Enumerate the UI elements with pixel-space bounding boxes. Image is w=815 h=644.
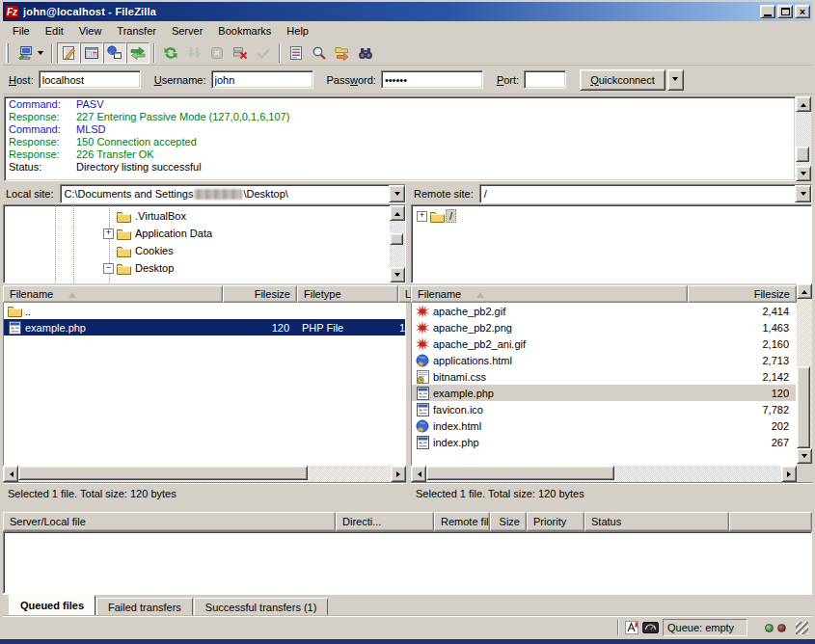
quickconnect-dropdown-button[interactable] [667,69,684,91]
file-row-example-php[interactable]: example.php120 [412,385,796,401]
file-row--[interactable]: .. [4,303,405,319]
file-row-favicon-ico[interactable]: favicon.ico7,782 [412,401,796,417]
file-row-example-php[interactable]: example.php120PHP File1 [4,319,405,335]
file-row-index-html[interactable]: index.html202 [412,417,796,434]
scrollbar-track[interactable] [797,299,812,448]
menu-file[interactable]: File [5,23,38,39]
username-label: Username: [154,74,206,86]
toolbar-grip [6,43,9,63]
password-input[interactable] [381,70,483,89]
queue-column-priority[interactable]: Priority [527,512,584,531]
folder-icon [429,210,446,223]
local-horizontal-scrollbar[interactable] [3,466,406,482]
file-row-index-php[interactable]: index.php267 [412,434,796,450]
menu-bookmarks[interactable]: Bookmarks [210,23,279,39]
filename-filters-button[interactable] [285,42,308,64]
tree-item-cookies[interactable]: Cookies [4,242,390,259]
tab-successful-transfers-1-[interactable]: Successful transfers (1) [194,598,329,615]
queue-column-remote-file[interactable]: Remote file [434,512,490,531]
host-input[interactable] [39,70,141,89]
column-header-filename[interactable]: Filename [3,285,223,303]
column-header-filename[interactable]: Filename [411,285,688,303]
menu-server[interactable]: Server [164,23,210,39]
remote-list-scrollbar[interactable] [797,283,812,464]
column-header-filetype[interactable]: Filetype [297,285,398,303]
tree-item-application-data[interactable]: +Application Data [4,225,390,242]
file-row-apache_pb2-gif[interactable]: apache_pb2.gif2,414 [412,303,796,319]
tree-expander[interactable]: − [103,263,114,274]
minimize-button[interactable] [760,5,775,18]
scrollbar-track[interactable] [18,466,391,482]
scroll-down-button[interactable] [796,166,811,181]
scroll-left-button[interactable] [3,466,18,482]
toggle-message-log-button[interactable] [57,42,80,64]
scroll-up-button[interactable] [796,96,811,112]
scroll-down-button[interactable] [390,267,405,282]
tree-expander[interactable]: + [417,211,427,222]
scroll-right-button[interactable] [391,466,406,482]
arrow-right-icon [787,471,794,477]
filter-icon [288,45,305,61]
tree-item--virtualbox[interactable]: .VirtualBox [4,207,390,225]
column-header-filesize[interactable]: Filesize [688,285,797,303]
scroll-right-button[interactable] [781,466,797,482]
scrollbar-thumb[interactable] [797,366,810,448]
message-log-scrollbar[interactable] [796,96,811,181]
toggle-transfer-queue-button[interactable] [126,42,149,64]
directory-comparison-button[interactable] [331,42,354,64]
username-input[interactable] [211,70,313,89]
maximize-button[interactable] [777,5,793,18]
column-header-filesize[interactable]: Filesize [223,285,297,303]
toggle-remote-tree-button[interactable] [103,42,126,64]
file-row-bitnami-css[interactable]: bitnami.css2,142 [412,368,796,385]
file-row-applications-html[interactable]: applications.html2,713 [412,352,796,368]
scrollbar-track[interactable] [426,466,781,482]
menu-help[interactable]: Help [279,23,316,39]
tab-failed-transfers[interactable]: Failed transfers [96,598,193,615]
resize-grip[interactable] [796,622,808,634]
scroll-down-button[interactable] [797,448,812,464]
ascii-transfer-type-icon[interactable] [625,621,638,634]
scrollbar-track[interactable] [390,221,405,267]
tree-item-root[interactable]: +/ [412,207,811,225]
scrollbar-thumb[interactable] [18,466,308,480]
site-manager-button[interactable] [13,42,47,64]
port-input[interactable] [524,70,566,89]
minimize-icon [764,14,772,16]
local-site-combo[interactable]: C:\Documents and Settings\Desktop\ [60,184,406,203]
scroll-up-button[interactable] [390,205,405,221]
close-button[interactable]: × [795,5,810,18]
queue-column-size[interactable]: Size [490,512,527,531]
path-text: / [484,188,487,200]
file-row-apache_pb2_ani-gif[interactable]: apache_pb2_ani.gif2,160 [412,335,796,352]
disconnect-button[interactable] [229,42,252,64]
queue-column-status[interactable]: Status [584,512,729,531]
menu-edit[interactable]: Edit [38,23,71,39]
modified-cell: 1 [399,319,406,335]
quickconnect-button[interactable]: Quickconnect [580,69,666,91]
remote-site-dropdown-button[interactable] [795,185,811,202]
scrollbar-thumb[interactable] [796,147,809,162]
local-site-dropdown-button[interactable] [389,185,405,202]
scroll-up-button[interactable] [797,283,812,299]
scrollbar-thumb[interactable] [426,466,614,480]
queue-column-server-local-file[interactable]: Server/Local file [3,512,336,531]
file-row-apache_pb2-png[interactable]: apache_pb2.png1,463 [412,319,796,335]
remote-site-combo[interactable]: / [479,184,812,203]
tab-queued-files[interactable]: Queued files [9,595,95,615]
tree-expander[interactable]: + [103,228,114,239]
toggle-local-tree-button[interactable] [80,42,103,64]
refresh-button[interactable] [159,42,182,64]
scroll-left-button[interactable] [411,466,426,482]
queue-column-directi-[interactable]: Directi... [336,512,434,531]
tree-item-desktop[interactable]: −Desktop [4,259,390,277]
local-tree-scrollbar[interactable] [390,205,405,282]
speed-limit-icon[interactable] [642,622,659,633]
synchronized-browsing-button[interactable] [354,42,377,64]
menu-transfer[interactable]: Transfer [109,23,164,39]
scrollbar-track[interactable] [796,112,811,166]
remote-horizontal-scrollbar[interactable] [411,466,797,482]
scrollbar-thumb[interactable] [390,233,403,245]
file-search-button[interactable] [308,42,331,64]
menu-view[interactable]: View [71,23,110,39]
